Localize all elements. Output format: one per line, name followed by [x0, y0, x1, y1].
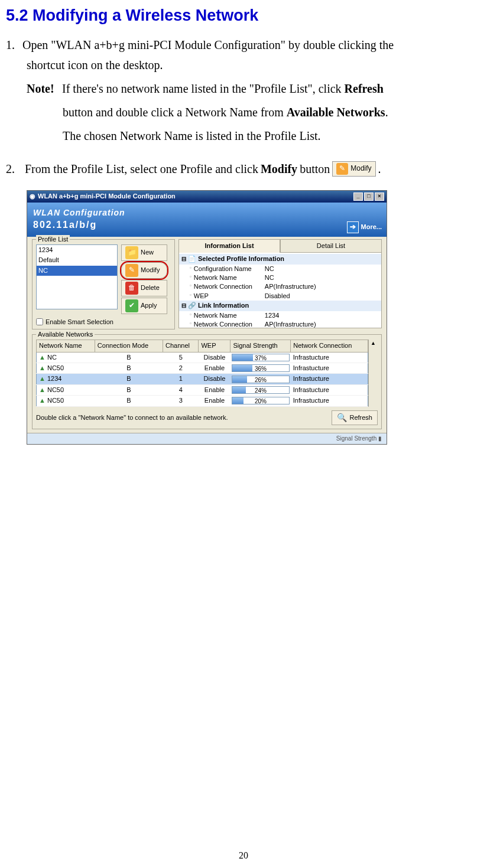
step-2-text-c: button: [300, 161, 330, 177]
banner-subtitle: 802.11a/b/g: [33, 218, 381, 231]
profile-item-1234[interactable]: 1234: [37, 245, 117, 255]
note-label: Note!: [27, 77, 59, 100]
network-row[interactable]: ▲ NCB5Disable37%Infrastucture: [37, 352, 368, 363]
info-row: Configuration NameNC: [179, 265, 381, 273]
delete-button-label: Delete: [141, 283, 160, 292]
trash-icon: 🗑: [125, 282, 138, 295]
new-button-label: New: [141, 248, 154, 257]
profile-item-nc[interactable]: NC: [37, 266, 117, 276]
wlan-config-window: ◉ WLAN a+b+g mini-PCI Module Configurati…: [27, 190, 387, 445]
info-header-link[interactable]: 🔗Link Information: [179, 301, 381, 311]
refresh-button[interactable]: 🔍 Refresh: [332, 410, 378, 426]
modify-button-inline[interactable]: ✎ Modify: [332, 161, 375, 177]
folder-icon: 📁: [125, 246, 138, 259]
available-networks-legend: Available Networks: [36, 330, 95, 339]
info-row: Network ConnectionAP(Infrastructure): [179, 282, 381, 291]
col-network-name[interactable]: Network Name: [37, 340, 95, 352]
col-network-connection[interactable]: Network Connection: [291, 340, 368, 352]
apply-button[interactable]: ✔ Apply: [121, 298, 167, 314]
step-1-number: 1.: [6, 37, 22, 53]
more-label: More...: [361, 223, 382, 231]
new-button[interactable]: 📁 New: [121, 244, 167, 261]
network-row[interactable]: ▲ NC50B2Enable36%Infrastucture: [37, 363, 368, 373]
col-signal-strength[interactable]: Signal Strength: [230, 340, 291, 352]
step-2-text-a: From the Profile List, select one Profil…: [25, 161, 258, 177]
step-1-line1a: Open "WLAN a+b+g mini-PCI Module Configu…: [22, 38, 394, 51]
refresh-icon: 🔍: [337, 412, 347, 424]
banner-title: WLAN Configuration: [33, 207, 381, 219]
modify-icon: ✎: [125, 264, 138, 277]
modify-icon: ✎: [336, 163, 348, 175]
info-row: WEPDisabled: [179, 292, 381, 301]
minimize-button[interactable]: _: [353, 192, 363, 201]
app-icon: ◉: [30, 192, 35, 201]
banner: WLAN Configuration 802.11a/b/g ➔ More...: [27, 203, 387, 237]
arrow-right-icon: ➔: [347, 221, 359, 233]
profile-list-group: Profile List 1234 Default NC 📁 New ✎ Mod…: [32, 239, 175, 329]
col-channel[interactable]: Channel: [163, 340, 199, 352]
note-available-bold: Available Networks: [287, 106, 385, 119]
more-button[interactable]: ➔ More...: [347, 221, 382, 233]
maximize-button[interactable]: □: [364, 192, 374, 201]
note-refresh-bold: Refresh: [345, 82, 384, 95]
info-header-profile[interactable]: 📄Selected Profile Information: [179, 254, 381, 264]
networks-table[interactable]: Network Name Connection Mode Channel WEP…: [36, 340, 368, 406]
info-treeview[interactable]: 📄Selected Profile Information Configurat…: [178, 253, 382, 328]
modify-button-label: Modify: [141, 266, 160, 275]
page-number: 20: [0, 849, 487, 862]
profile-list-legend: Profile List: [36, 235, 70, 244]
col-connection-mode[interactable]: Connection Mode: [95, 340, 163, 352]
available-networks-group: Available Networks Network Name Connecti…: [32, 334, 382, 429]
note-line1a: If there's no network name listed in the…: [62, 82, 345, 95]
step-2-number: 2.: [6, 161, 22, 177]
profile-listbox[interactable]: 1234 Default NC: [36, 244, 118, 309]
networks-hint: Double click a "Network Name" to connect…: [36, 413, 228, 422]
modify-button-inline-label: Modify: [350, 164, 371, 174]
col-wep[interactable]: WEP: [199, 340, 230, 352]
refresh-button-label: Refresh: [349, 413, 372, 422]
info-row: Network Name1234: [179, 311, 381, 320]
delete-button[interactable]: 🗑 Delete: [121, 280, 167, 296]
note-line3: The chosen Network Name is listed in the…: [6, 124, 481, 148]
modify-button[interactable]: ✎ Modify: [121, 262, 167, 279]
status-bar: Signal Strength ▮: [27, 433, 387, 444]
smart-selection-checkbox[interactable]: [36, 318, 43, 325]
check-icon: ✔: [125, 299, 138, 312]
window-title: WLAN a+b+g mini-PCI Module Configuration: [38, 192, 176, 201]
info-row: Network NameNC: [179, 273, 381, 282]
step-2-period: .: [378, 161, 381, 177]
step-1: 1.Open "WLAN a+b+g mini-PCI Module Confi…: [6, 37, 481, 148]
window-titlebar: ◉ WLAN a+b+g mini-PCI Module Configurati…: [27, 191, 387, 203]
section-heading: 5.2 Modifying a Wireless Network: [6, 5, 481, 27]
apply-button-label: Apply: [141, 301, 157, 310]
step-2: 2. From the Profile List, select one Pro…: [6, 161, 481, 177]
info-panel: Information List Detail List 📄Selected P…: [178, 239, 382, 329]
note-line2a: button and double click a Network Name f…: [63, 106, 287, 119]
smart-selection-label: Enable Smart Selection: [46, 318, 113, 327]
step-1-line1b: shortcut icon on the desktop.: [6, 53, 481, 77]
close-button[interactable]: ×: [375, 192, 384, 201]
info-row: Network ConnectionAP(Infrastructure): [179, 320, 381, 328]
network-row[interactable]: ▲ NC50B3Enable20%Infrastucture: [37, 396, 368, 406]
enable-smart-selection[interactable]: Enable Smart Selection: [36, 318, 171, 327]
tab-information-list[interactable]: Information List: [178, 239, 280, 253]
table-scrollbar[interactable]: ▲: [368, 340, 378, 406]
network-row[interactable]: ▲ NC50B4Enable24%Infrastucture: [37, 384, 368, 395]
network-row[interactable]: ▲ 1234B1Disable26%Infrastucture: [37, 374, 368, 384]
note-line2c: .: [385, 106, 388, 119]
step-2-modify-bold: Modify: [261, 161, 297, 177]
status-label: Signal Strength: [336, 435, 376, 442]
profile-item-default[interactable]: Default: [37, 255, 117, 265]
tab-detail-list[interactable]: Detail List: [280, 239, 382, 253]
